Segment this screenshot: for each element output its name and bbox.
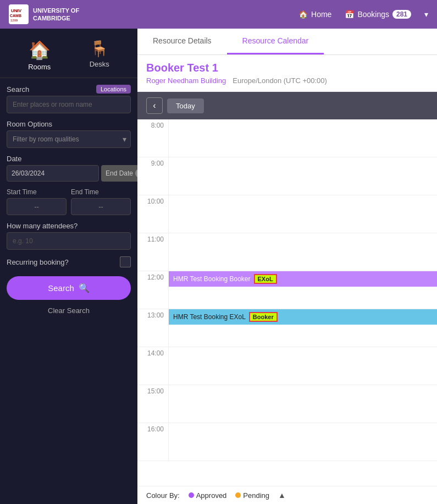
slot-content-13: HMR Test Booking EXoL Booker (168, 309, 437, 347)
bookings-link[interactable]: 📅 Bookings 281 (345, 10, 411, 19)
time-slot-16: 16:00 (137, 423, 437, 461)
time-slot-13: 13:00 HMR Test Booking EXoL Booker (137, 309, 437, 347)
time-slot-9: 9:00 (137, 157, 437, 195)
room-options-row: Room Options Filter by room qualities ▾ (7, 120, 131, 148)
slot-content-10 (168, 195, 437, 233)
time-slot-8: 8:00 (137, 119, 437, 157)
approved-label: Approved (196, 491, 227, 500)
end-time-label: End Time (71, 188, 131, 196)
approved-dot (189, 492, 194, 498)
date-inputs: 26/03/2024 End Date + (7, 165, 131, 182)
logo-text: UNIVERSITY OF CAMBRIDGE (33, 7, 79, 23)
search-label-row: Search Locations (7, 85, 131, 94)
event-bar-blue[interactable]: HMR Test Booking EXoL Booker (169, 309, 437, 325)
time-slot-11: 11:00 (137, 233, 437, 271)
main-layout: 🏠 Rooms 🪑 Desks Search Locations Room Op… (0, 29, 437, 504)
home-icon: 🏠 (298, 10, 308, 19)
tab-resource-calendar[interactable]: Resource Calendar (227, 29, 324, 54)
event-tag-booker: Booker (249, 312, 278, 322)
colour-by-label: Colour By: (146, 491, 180, 500)
calendar-icon: 📅 (345, 10, 354, 19)
slot-content-12: HMR Test Booking Booker EXoL (168, 271, 437, 309)
time-slot-12: 12:00 HMR Test Booking Booker EXoL (137, 271, 437, 309)
sidebar-form: Search Locations Room Options Filter by … (0, 78, 137, 317)
time-label-16: 16:00 (137, 423, 168, 461)
rooms-nav-item[interactable]: 🏠 Rooms (28, 40, 51, 71)
locations-badge[interactable]: Locations (96, 85, 131, 94)
time-label-14: 14:00 (137, 347, 168, 385)
dropdown-arrow-icon[interactable]: ▾ (424, 10, 428, 19)
cambridge-logo-icon: UNIV CAMB 1209 (9, 4, 29, 24)
end-time-group: End Time (71, 188, 131, 215)
search-input[interactable] (7, 96, 131, 113)
tabs: Resource Details Resource Calendar (137, 29, 437, 55)
svg-text:CAMB: CAMB (10, 14, 21, 18)
recurring-checkbox[interactable] (120, 256, 131, 267)
event-tag-exol: EXoL (254, 274, 277, 284)
time-label-10: 10:00 (137, 195, 168, 233)
desks-nav-item[interactable]: 🪑 Desks (90, 40, 109, 71)
resource-meta: Roger Needham Building Europe/London (UT… (146, 76, 428, 85)
start-time-label: Start Time (7, 188, 67, 196)
search-text-label: Search (7, 85, 29, 94)
time-label-15: 15:00 (137, 385, 168, 423)
desks-label: Desks (90, 60, 109, 68)
time-slot-14: 14:00 (137, 347, 437, 385)
start-time-input[interactable] (7, 198, 67, 215)
today-button[interactable]: Today (167, 98, 204, 113)
time-label-11: 11:00 (137, 233, 168, 271)
logo: UNIV CAMB 1209 UNIVERSITY OF CAMBRIDGE (9, 4, 79, 24)
slot-content-15 (168, 385, 437, 423)
desks-icon: 🪑 (90, 40, 109, 58)
rooms-icon: 🏠 (29, 40, 51, 61)
tab-resource-details[interactable]: Resource Details (137, 29, 227, 54)
resource-timezone: Europe/London (UTC +00:00) (233, 76, 327, 85)
prev-button[interactable]: ‹ (146, 97, 163, 114)
event-text-blue: HMR Test Booking EXoL (173, 313, 246, 321)
content-area: Resource Details Resource Calendar Booke… (137, 29, 437, 504)
time-row: Start Time End Time (7, 188, 131, 215)
approved-item: Approved (189, 491, 227, 500)
time-label-8: 8:00 (137, 119, 168, 157)
slot-content-9 (168, 157, 437, 195)
event-bar-purple[interactable]: HMR Test Booking Booker EXoL (169, 271, 437, 287)
search-button[interactable]: Search 🔍 (7, 276, 131, 300)
bookings-badge: 281 (392, 10, 411, 19)
home-link[interactable]: 🏠 Home (298, 10, 331, 19)
resource-name: Booker Test 1 (146, 62, 428, 74)
resource-building: Roger Needham Building (146, 76, 226, 85)
rooms-label: Rooms (28, 63, 51, 71)
colour-footer: Colour By: Approved Pending ▲ (137, 486, 437, 504)
time-slot-15: 15:00 (137, 385, 437, 423)
clear-search-link[interactable]: Clear Search (7, 304, 131, 317)
header: UNIV CAMB 1209 UNIVERSITY OF CAMBRIDGE 🏠… (0, 0, 437, 29)
calendar-grid: 8:00 9:00 10:00 11:00 12:00 (137, 119, 437, 486)
calendar-controls: ‹ Today (137, 92, 437, 119)
search-row: Search Locations (7, 85, 131, 113)
slot-content-8 (168, 119, 437, 157)
svg-text:1209: 1209 (10, 19, 18, 22)
sidebar-icon-group: 🏠 Rooms 🪑 Desks (0, 29, 137, 78)
up-arrow-icon[interactable]: ▲ (278, 491, 286, 500)
recurring-label: Recurring booking? (7, 258, 69, 266)
time-slot-10: 10:00 (137, 195, 437, 233)
date-label: Date (7, 155, 131, 163)
attendees-input[interactable] (7, 232, 131, 250)
event-text-purple: HMR Test Booking Booker (173, 275, 251, 283)
start-time-group: Start Time (7, 188, 67, 215)
time-label-13: 13:00 (137, 309, 168, 347)
room-qualities-select[interactable]: Filter by room qualities (7, 130, 131, 148)
time-label-12: 12:00 (137, 271, 168, 309)
room-options-label: Room Options (7, 120, 131, 128)
sidebar: 🏠 Rooms 🪑 Desks Search Locations Room Op… (0, 29, 137, 504)
search-icon: 🔍 (79, 283, 90, 293)
end-time-input[interactable] (71, 198, 131, 215)
slot-content-14 (168, 347, 437, 385)
date-input[interactable]: 26/03/2024 (7, 165, 99, 182)
resource-header: Booker Test 1 Roger Needham Building Eur… (137, 55, 437, 92)
attendees-row: How many attendees? (7, 222, 131, 250)
time-label-9: 9:00 (137, 157, 168, 195)
pending-item: Pending (235, 491, 269, 500)
end-date-button[interactable]: End Date + (101, 165, 137, 182)
svg-text:UNIV: UNIV (11, 8, 22, 13)
